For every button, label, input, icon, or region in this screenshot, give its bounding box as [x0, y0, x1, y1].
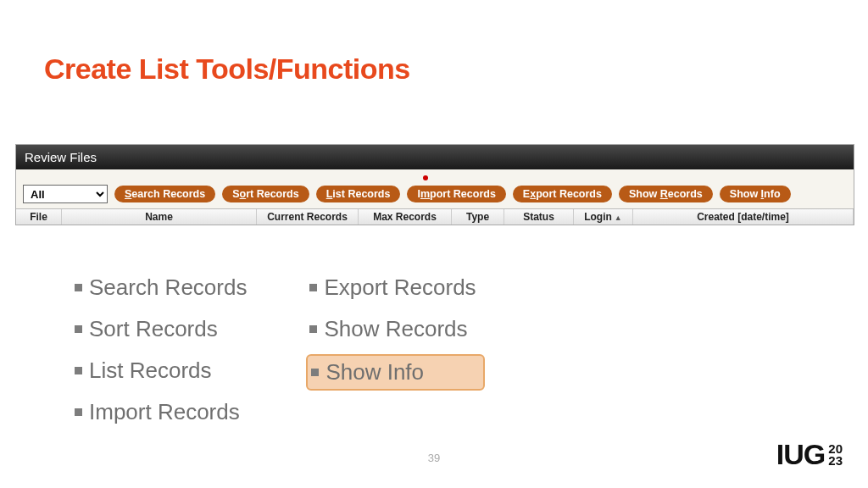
toolbar: All Search RecordsSort RecordsList Recor…	[16, 181, 854, 208]
square-bullet-icon	[311, 369, 319, 376]
toolbar-button[interactable]: List Records	[316, 186, 401, 202]
col-header-login[interactable]: Login▲	[574, 209, 633, 225]
toolbar-gap	[16, 169, 854, 181]
list-item: Search Records	[71, 271, 255, 304]
col-header-max[interactable]: Max Records	[359, 209, 452, 225]
validation-dot-icon	[423, 175, 428, 180]
app-screenshot-panel: Review Files All Search RecordsSort Reco…	[15, 144, 854, 225]
list-item-label: Search Records	[89, 274, 247, 301]
list-item-label: Export Records	[324, 274, 476, 301]
toolbar-button[interactable]: Show Records	[619, 186, 713, 202]
col-header-name[interactable]: Name	[62, 209, 257, 225]
list-item: Export Records	[306, 271, 484, 304]
col-header-file[interactable]: File	[16, 209, 62, 225]
square-bullet-icon	[75, 325, 82, 333]
window-titlebar: Review Files	[16, 145, 854, 169]
toolbar-button[interactable]: Export Records	[513, 186, 612, 202]
col-header-created[interactable]: Created [date/time]	[633, 209, 854, 225]
list-item-label: Show Info	[326, 359, 424, 385]
col-header-status[interactable]: Status	[504, 209, 574, 225]
toolbar-button[interactable]: Sort Records	[222, 186, 309, 202]
sort-asc-icon: ▲	[615, 214, 622, 222]
square-bullet-icon	[75, 408, 82, 416]
list-item-label: List Records	[89, 358, 212, 384]
logo-year: 20 23	[828, 443, 843, 466]
list-item: List Records	[71, 354, 255, 387]
list-item-label: Import Records	[89, 399, 240, 425]
list-item-label: Sort Records	[89, 316, 218, 342]
square-bullet-icon	[75, 367, 82, 374]
col-header-current[interactable]: Current Records	[257, 209, 359, 225]
list-item: Show Records	[306, 313, 484, 346]
list-item: Sort Records	[71, 313, 255, 346]
toolbar-button[interactable]: Search Records	[114, 186, 215, 202]
slide-title: Create List Tools/Functions	[44, 53, 410, 86]
list-item: Show Info	[306, 354, 484, 391]
list-item-label: Show Records	[324, 316, 467, 342]
square-bullet-icon	[309, 325, 317, 333]
list-item: Import Records	[71, 396, 255, 429]
filter-select[interactable]: All	[23, 185, 108, 203]
page-number: 39	[428, 452, 440, 464]
col-header-type[interactable]: Type	[452, 209, 504, 225]
toolbar-button[interactable]: Import Records	[407, 186, 505, 202]
bullet-content: Search RecordsSort RecordsList RecordsIm…	[71, 271, 792, 429]
square-bullet-icon	[75, 284, 82, 291]
toolbar-button[interactable]: Show Info	[720, 186, 791, 202]
logo-text: IUG	[776, 438, 825, 471]
iug-logo: IUG 20 23	[776, 438, 843, 471]
table-header-row: File Name Current Records Max Records Ty…	[16, 208, 854, 225]
square-bullet-icon	[309, 284, 317, 291]
